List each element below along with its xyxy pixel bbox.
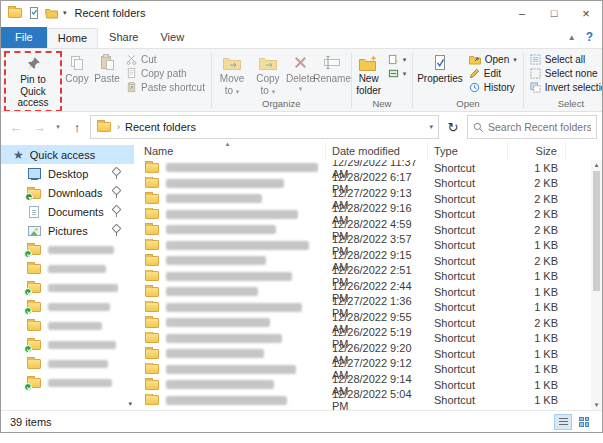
up-icon[interactable]: ↑ bbox=[67, 116, 87, 138]
ribbon-group-open: Properties Open ▾ Edit bbox=[413, 50, 523, 111]
sidebar-item-redacted[interactable] bbox=[1, 354, 134, 373]
properties-button[interactable]: Properties bbox=[415, 51, 465, 87]
refresh-icon[interactable]: ↻ bbox=[442, 115, 464, 139]
qat-new-folder-icon[interactable] bbox=[45, 8, 58, 19]
sidebar-item-redacted[interactable] bbox=[1, 335, 134, 354]
minimize-button[interactable]: – bbox=[506, 1, 538, 25]
history-button[interactable]: History bbox=[467, 82, 519, 93]
sidebar-item-redacted[interactable] bbox=[1, 278, 134, 297]
qat-properties-icon[interactable] bbox=[28, 7, 40, 19]
file-list-rows: 12/29/2022 11:37 AM Shortcut 1 KB 12/28/… bbox=[134, 160, 602, 410]
sync-badge bbox=[24, 250, 32, 258]
tab-share[interactable]: Share bbox=[98, 27, 149, 48]
pictures-icon bbox=[26, 224, 42, 237]
paste-shortcut-button[interactable]: Paste shortcut bbox=[124, 82, 207, 93]
move-to-icon bbox=[223, 53, 241, 72]
search-input[interactable] bbox=[488, 121, 591, 133]
scrollbar-thumb[interactable] bbox=[593, 171, 600, 291]
file-type: Shortcut bbox=[428, 363, 508, 375]
column-header-date-modified[interactable]: Date modified bbox=[326, 142, 428, 160]
invert-selection-button[interactable]: Invert selection bbox=[528, 82, 602, 93]
sidebar-item-redacted[interactable] bbox=[1, 297, 134, 316]
scroll-down-icon[interactable]: ▾ bbox=[591, 401, 602, 409]
sidebar-item-redacted[interactable] bbox=[1, 259, 134, 278]
delete-button[interactable]: Delete ▾ bbox=[286, 51, 316, 95]
select-all-icon bbox=[530, 54, 541, 65]
folder-icon bbox=[144, 239, 160, 252]
forward-icon[interactable]: → bbox=[29, 116, 49, 138]
file-size: 1 KB bbox=[508, 379, 566, 391]
redacted-file-name bbox=[166, 287, 258, 296]
sidebar-item-redacted[interactable] bbox=[1, 316, 134, 335]
easy-access-button[interactable]: ▾ bbox=[386, 68, 409, 79]
edit-icon bbox=[469, 68, 480, 79]
rename-button[interactable]: Rename bbox=[316, 51, 349, 87]
paste-icon bbox=[99, 53, 115, 72]
redacted-folder-name bbox=[48, 322, 102, 330]
sidebar-item-redacted[interactable] bbox=[1, 373, 134, 392]
maximize-button[interactable]: □ bbox=[538, 1, 570, 25]
edit-button[interactable]: Edit bbox=[467, 68, 519, 79]
folder-icon bbox=[26, 300, 42, 313]
select-none-icon bbox=[530, 68, 541, 79]
file-size: 1 KB bbox=[508, 286, 566, 298]
qat-customize-caret-icon[interactable]: ▾ bbox=[63, 9, 67, 17]
cut-button[interactable]: Cut bbox=[124, 54, 207, 65]
new-item-button[interactable]: ▾ bbox=[386, 54, 409, 65]
address-field[interactable]: › Recent folders ▾ bbox=[90, 115, 439, 139]
close-button[interactable]: × bbox=[570, 1, 602, 25]
sidebar-item-documents[interactable]: Documents bbox=[1, 202, 134, 221]
thumbnails-view-button[interactable] bbox=[575, 414, 593, 430]
recent-locations-caret-icon[interactable]: ▾ bbox=[52, 116, 64, 138]
sidebar-blurred-items bbox=[1, 240, 134, 392]
pin-to-quick-access-button[interactable]: Pin to Quick access bbox=[4, 51, 62, 112]
tab-file[interactable]: File bbox=[1, 27, 47, 48]
table-row[interactable]: 12/28/2022 5:04 PM Shortcut 1 KB bbox=[134, 393, 602, 409]
file-type: Shortcut bbox=[428, 348, 508, 360]
paste-button[interactable]: Paste bbox=[92, 51, 122, 87]
sidebar-item-downloads[interactable]: Downloads bbox=[1, 183, 134, 202]
help-icon[interactable]: ? bbox=[586, 30, 593, 44]
copy-path-button[interactable]: Copy path bbox=[124, 68, 207, 79]
back-icon[interactable]: ← bbox=[6, 116, 26, 138]
open-button[interactable]: Open ▾ bbox=[467, 54, 519, 65]
folder-icon bbox=[144, 208, 160, 221]
copy-button[interactable]: Copy bbox=[62, 51, 92, 87]
rename-icon bbox=[324, 53, 340, 72]
breadcrumb-location[interactable]: Recent folders bbox=[125, 121, 196, 133]
collapse-ribbon-icon[interactable]: ▲ bbox=[568, 33, 576, 42]
tab-home[interactable]: Home bbox=[47, 28, 98, 49]
column-header-size[interactable]: Size bbox=[508, 142, 566, 160]
select-all-button[interactable]: Select all bbox=[528, 54, 602, 65]
move-to-button[interactable]: Move to ▾ bbox=[214, 51, 250, 98]
new-item-caret-icon: ▾ bbox=[403, 56, 407, 64]
redacted-folder-name bbox=[48, 246, 114, 254]
quick-access-toolbar: ▾ bbox=[7, 7, 67, 20]
scroll-up-icon[interactable]: ▴ bbox=[591, 161, 602, 169]
address-dropdown-caret-icon[interactable]: ▾ bbox=[429, 123, 433, 131]
folder-icon bbox=[144, 192, 160, 205]
new-folder-button[interactable]: New folder bbox=[354, 51, 384, 98]
properties-icon bbox=[433, 53, 447, 72]
sidebar-item-redacted[interactable] bbox=[1, 240, 134, 259]
tab-view[interactable]: View bbox=[149, 27, 195, 48]
search-box[interactable] bbox=[467, 115, 597, 139]
folder-icon bbox=[144, 394, 160, 407]
select-none-button[interactable]: Select none bbox=[528, 68, 602, 79]
sidebar-item-desktop[interactable]: Desktop bbox=[1, 164, 134, 183]
sidebar-item-quick-access[interactable]: ★ Quick access bbox=[1, 145, 134, 164]
window-title: Recent folders bbox=[75, 7, 146, 19]
redacted-file-name bbox=[166, 256, 266, 265]
column-header-name[interactable]: Name ▴ bbox=[134, 142, 326, 160]
sidebar-item-pictures[interactable]: Pictures bbox=[1, 221, 134, 240]
navigation-pane: ★ Quick access Desktop Downloads Documen… bbox=[1, 142, 134, 410]
column-header-type[interactable]: Type bbox=[428, 142, 508, 160]
sidebar-scroll-down-icon[interactable]: ▾ bbox=[128, 400, 132, 408]
copy-to-button[interactable]: Copy to ▾ bbox=[250, 51, 285, 98]
folder-icon bbox=[144, 161, 160, 174]
cut-icon bbox=[126, 54, 137, 65]
details-view-button[interactable] bbox=[554, 414, 572, 430]
location-icon bbox=[96, 121, 112, 134]
file-type: Shortcut bbox=[428, 270, 508, 282]
list-scrollbar[interactable]: ▴ ▾ bbox=[591, 160, 602, 410]
